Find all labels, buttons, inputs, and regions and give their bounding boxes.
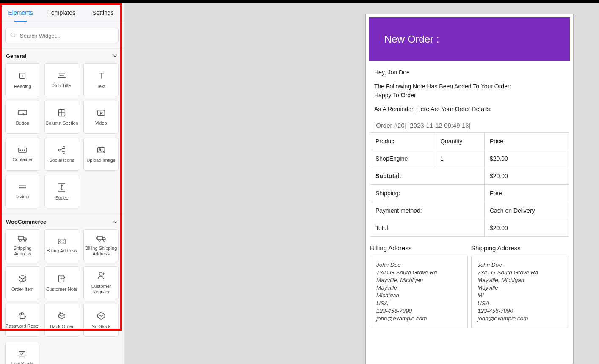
total-value: $20.00	[484, 219, 569, 236]
svg-point-0	[11, 33, 14, 36]
widget-low-stock[interactable]: Low Stock	[5, 342, 39, 364]
table-total-row: Total: $20.00	[370, 219, 569, 236]
section-general-label: General	[6, 53, 26, 59]
widget-upload-image[interactable]: Upload Image	[83, 138, 119, 171]
widget-customer-register[interactable]: Customer Register	[83, 266, 119, 299]
widget-no-stock[interactable]: No Stock	[83, 304, 119, 337]
low-stock-icon	[17, 350, 27, 358]
widget-button-label: Button	[16, 120, 29, 126]
widget-column-section[interactable]: Column Section	[44, 101, 80, 134]
svg-text:T: T	[22, 74, 24, 77]
table-row: ShopEngine 1 $20.00	[370, 150, 569, 167]
billing-title: Billing Address	[370, 244, 468, 252]
subtitle-icon	[57, 72, 66, 79]
svg-point-16	[24, 150, 25, 151]
widget-container[interactable]: Container	[5, 138, 40, 171]
billing-country: USA	[376, 300, 461, 307]
space-icon	[58, 183, 66, 192]
billing-phone: 123-456-7890	[376, 307, 461, 315]
email-greeting: Hey, Jon Doe	[374, 68, 565, 77]
email-body: Hey, Jon Doe The Following Note Has Been…	[369, 61, 570, 113]
svg-rect-30	[18, 236, 23, 240]
widget-lowstock-label: Low Stock	[11, 361, 33, 364]
preview-canvas[interactable]: New Order : Hey, Jon Doe The Following N…	[124, 3, 599, 364]
video-icon	[97, 109, 106, 117]
billing-box: John Doe 73/D G South Grove Rd Mayville,…	[370, 256, 468, 328]
cell-price: $20.00	[484, 150, 569, 167]
th-price: Price	[484, 132, 569, 150]
shipping-street: 73/D G South Grove Rd	[478, 269, 563, 276]
widget-backorder-label: Back Order	[50, 324, 74, 329]
svg-line-21	[61, 151, 63, 152]
svg-rect-11	[97, 110, 105, 115]
section-general-header[interactable]: General	[0, 49, 124, 63]
shipping-state: MI	[478, 292, 563, 299]
widget-divider-label: Divider	[15, 194, 30, 200]
box-empty-icon	[97, 311, 106, 320]
extra-widgets: Low Stock	[0, 338, 124, 364]
tab-templates[interactable]: Templates	[41, 3, 82, 22]
widget-pwreset-label: Password Reset	[6, 323, 39, 329]
svg-point-34	[60, 241, 61, 242]
shipping-country: USA	[478, 300, 563, 307]
address-section: Billing Address John Doe 73/D G South Gr…	[369, 237, 570, 334]
payment-value: Cash on Delivery	[484, 202, 569, 219]
widget-shipping-label: Shipping Address	[6, 246, 40, 256]
tab-elements[interactable]: Elements	[0, 3, 41, 22]
table-shipping-row: Shipping: Free	[370, 184, 569, 202]
sidebar: Elements Templates Settings General T He…	[0, 3, 124, 364]
billing-street: 73/D G South Grove Rd	[376, 269, 461, 276]
total-label: Total:	[370, 219, 485, 236]
woocommerce-widgets: Shipping Address Billing Address Billing…	[0, 229, 124, 338]
widget-shipping-address[interactable]: Shipping Address	[5, 229, 40, 262]
window-topbar	[0, 0, 599, 3]
widget-video[interactable]: Video	[83, 101, 119, 134]
billing-email: john@example.com	[376, 315, 461, 323]
billing-city: Mayville, Michigan	[376, 276, 461, 284]
svg-point-38	[99, 240, 100, 241]
svg-line-1	[14, 36, 15, 37]
svg-rect-37	[97, 236, 102, 240]
shipping-title: Shipping Address	[471, 244, 569, 252]
widget-heading[interactable]: T Heading	[5, 63, 40, 96]
svg-rect-7	[18, 110, 27, 115]
shipping-city2: Mayville	[478, 284, 563, 292]
widget-video-label: Video	[95, 120, 107, 126]
widget-social-icons[interactable]: Social Icons	[44, 138, 80, 171]
widget-button[interactable]: Button	[5, 101, 40, 134]
widget-subtitle[interactable]: Sub Title	[44, 63, 80, 96]
widget-customer-note[interactable]: Customer Note	[44, 266, 80, 299]
shipping-city: Mayville, Michigan	[478, 276, 563, 284]
shipping-label: Shipping:	[370, 184, 485, 202]
tab-settings[interactable]: Settings	[83, 3, 124, 22]
widget-container-label: Container	[12, 157, 33, 162]
widget-nostock-label: No Stock	[91, 324, 110, 329]
widget-custreg-label: Customer Register	[84, 284, 118, 294]
widget-billing-shipping-address[interactable]: Billing Shipping Address	[83, 229, 119, 262]
search-input[interactable]	[5, 28, 119, 43]
widget-social-label: Social Icons	[49, 158, 74, 163]
container-icon	[17, 147, 28, 153]
card-icon	[57, 238, 66, 245]
widget-space[interactable]: Space	[44, 175, 80, 208]
widget-order-item[interactable]: Order Item	[5, 266, 40, 299]
widget-divider[interactable]: Divider	[5, 175, 40, 208]
section-woocommerce-header[interactable]: WooCommerce	[0, 214, 124, 229]
heading-icon: T	[18, 71, 27, 80]
widget-text[interactable]: Text	[83, 63, 119, 96]
grid-icon	[58, 109, 66, 117]
billing-name: John Doe	[376, 261, 461, 269]
widget-back-order[interactable]: Back Order	[44, 304, 80, 337]
section-woocommerce-label: WooCommerce	[6, 219, 46, 225]
widget-billing-address[interactable]: Billing Address	[44, 229, 80, 262]
svg-line-20	[61, 148, 63, 150]
widget-password-reset[interactable]: Password Reset	[5, 304, 40, 337]
tab-elements-label: Elements	[8, 9, 33, 16]
billing-city2: Mayville	[376, 284, 461, 292]
general-widgets: T Heading Sub Title Text Button Column S…	[0, 63, 124, 214]
th-product: Product	[370, 132, 435, 150]
payment-label: Payment method:	[370, 202, 485, 219]
shipping-box: John Doe 73/D G South Grove Rd Mayville,…	[471, 256, 569, 328]
tab-settings-label: Settings	[92, 9, 114, 16]
svg-point-18	[63, 146, 65, 148]
